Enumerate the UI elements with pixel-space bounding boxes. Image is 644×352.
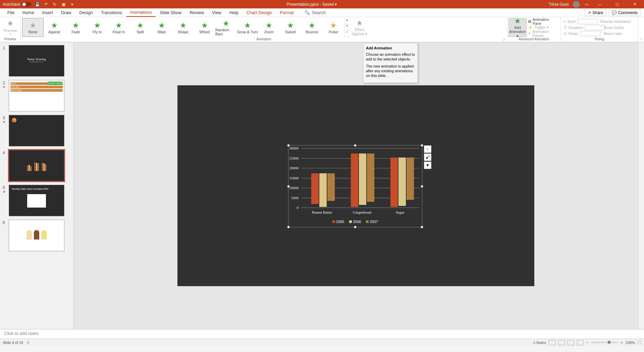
anim-randombars[interactable]: ★Random Bars — [215, 18, 237, 37]
document-title[interactable]: Presentation.ppsx - Saved ▾ — [75, 2, 549, 7]
anim-none[interactable]: ★None — [22, 18, 44, 37]
anim-fade[interactable]: ★Fade — [65, 18, 87, 37]
slide-thumb-2[interactable]: SAFETY FIRST Sign InFind a SeatTake out … — [9, 80, 64, 112]
tab-home[interactable]: Home — [18, 9, 38, 16]
sorter-view-button[interactable] — [558, 340, 565, 345]
reading-view-button[interactable] — [568, 340, 574, 345]
tab-view[interactable]: View — [208, 9, 225, 16]
anim-shape[interactable]: ★Shape — [172, 18, 194, 37]
anim-growturn[interactable]: ★Grow & Turn — [237, 18, 258, 37]
anim-appear[interactable]: ★Appear — [44, 18, 65, 37]
add-animation-button[interactable]: ★ Add Animation ▾ — [508, 18, 527, 37]
animation-painter-button[interactable]: ✦Animation Painter — [527, 31, 559, 37]
share-button[interactable]: ↗ Share — [585, 9, 606, 16]
resize-handle[interactable] — [421, 185, 423, 188]
animation-pane-button[interactable]: ▤Animation Pane — [527, 18, 559, 25]
move-later-button[interactable]: ˅Move Later — [599, 31, 636, 37]
anim-swivel[interactable]: ★Swivel — [280, 18, 301, 37]
tab-draw[interactable]: Draw — [57, 9, 75, 16]
resize-handle[interactable] — [421, 144, 423, 147]
resize-handle[interactable] — [354, 226, 357, 228]
start-input[interactable] — [578, 19, 598, 24]
slide-editor[interactable]: + 🖌 ▼ 050001000015000200002500030000 Pea… — [74, 42, 638, 329]
vertical-scrollbar[interactable] — [638, 42, 644, 329]
resize-handle[interactable] — [421, 226, 423, 228]
tab-help[interactable]: Help — [225, 9, 243, 16]
more-icon[interactable]: ▾ — [69, 2, 75, 7]
bar-2007-PeanutButter[interactable] — [327, 173, 335, 201]
anim-floatin[interactable]: ★Float In — [108, 18, 129, 37]
bar-2005-Gingerbread[interactable] — [351, 153, 358, 207]
dialog-launcher-icon[interactable]: ⤢ — [503, 38, 505, 41]
bar-2005-Sugar[interactable] — [390, 158, 398, 207]
close-button[interactable]: ✕ — [628, 2, 641, 6]
tab-review[interactable]: Review — [185, 9, 208, 16]
anim-wheel[interactable]: ★Wheel — [194, 18, 215, 37]
anim-zoom[interactable]: ★Zoom — [258, 18, 280, 37]
slide-thumb-5[interactable]: Monthly Sales have increased 60% — [9, 185, 64, 216]
avatar[interactable] — [573, 1, 580, 8]
chart-plot-area[interactable]: 050001000015000200002500030000 — [301, 148, 419, 207]
preview-button[interactable]: ★ Preview ▾ — [1, 18, 19, 37]
chart-legend[interactable]: 2005 2006 2007 — [288, 220, 422, 224]
resize-handle[interactable] — [354, 144, 357, 147]
chart-elements-button[interactable]: + — [424, 145, 431, 153]
anim-flyin[interactable]: ★Fly In — [87, 18, 108, 37]
chart-object[interactable]: + 🖌 ▼ 050001000015000200002500030000 Pea… — [288, 145, 422, 227]
slide-thumb-6[interactable] — [9, 220, 64, 251]
tab-transitions[interactable]: Transitions — [97, 9, 126, 16]
zoom-slider[interactable] — [591, 342, 618, 343]
tab-animations[interactable]: Animations — [126, 8, 156, 17]
minimize-button[interactable]: — — [593, 2, 606, 6]
animation-gallery[interactable]: ★None ★Appear ★Fade ★Fly In ★Float In ★S… — [22, 18, 344, 37]
resize-handle[interactable] — [287, 226, 290, 228]
tab-design[interactable]: Design — [75, 9, 97, 16]
zoom-level[interactable]: 108% — [626, 341, 635, 345]
slide-thumb-1[interactable]: Safety Training NI BIOTECH, LLC — [9, 45, 64, 77]
fit-to-window-button[interactable]: ⛶ — [638, 341, 641, 345]
tab-insert[interactable]: Insert — [38, 9, 57, 16]
effect-options-button[interactable]: ★ Effect Options ▾ — [350, 18, 370, 37]
chart-filter-button[interactable]: ▼ — [424, 162, 431, 169]
slide-thumbnails-panel[interactable]: 1 Safety Training NI BIOTECH, LLC 2★ SAF… — [0, 42, 74, 329]
move-earlier-button[interactable]: ˄Move Earlier — [599, 25, 636, 31]
anim-bounce[interactable]: ★Bounce — [301, 18, 323, 37]
comments-button[interactable]: 💬 Comments — [609, 9, 641, 16]
maximize-button[interactable]: ▢ — [610, 2, 624, 6]
delay-input[interactable] — [580, 31, 600, 36]
anim-pulse[interactable]: ★Pulse — [323, 18, 344, 37]
bar-2006-Gingerbread[interactable] — [359, 153, 366, 205]
slide-counter[interactable]: Slide 4 of 15 — [3, 341, 23, 345]
slide-canvas[interactable]: + 🖌 ▼ 050001000015000200002500030000 Pea… — [177, 85, 534, 286]
user-name[interactable]: Tricia Goss — [549, 2, 569, 7]
anim-split[interactable]: ★Split — [129, 18, 151, 37]
tab-chart-design[interactable]: Chart Design — [243, 9, 276, 16]
bar-2007-Gingerbread[interactable] — [367, 153, 374, 202]
redo-icon[interactable]: ↻ — [52, 2, 57, 7]
save-icon[interactable]: 💾 — [35, 2, 40, 7]
notes-button[interactable]: ≡ Notes — [533, 341, 546, 345]
zoom-out-button[interactable]: − — [586, 341, 588, 345]
tab-slideshow[interactable]: Slide Show — [156, 9, 185, 16]
search-box[interactable]: 🔍 Search — [305, 10, 326, 15]
slide-thumb-4[interactable] — [9, 150, 64, 181]
undo-icon[interactable]: ↶ — [43, 2, 49, 7]
collapse-ribbon-icon[interactable]: ˄ — [638, 17, 644, 42]
chart-styles-button[interactable]: 🖌 — [424, 153, 431, 161]
notes-pane[interactable]: Click to add notes — [0, 329, 644, 339]
zoom-in-button[interactable]: + — [621, 341, 623, 345]
bar-2007-Sugar[interactable] — [407, 158, 414, 200]
bar-2006-Sugar[interactable] — [398, 158, 406, 206]
toggle-switch[interactable] — [22, 2, 31, 7]
tab-format[interactable]: Format — [276, 9, 298, 16]
normal-view-button[interactable] — [549, 340, 555, 345]
slide-thumb-3[interactable] — [9, 115, 64, 146]
slideshow-view-button[interactable] — [577, 340, 584, 345]
autosave-toggle[interactable]: AutoSave — [3, 2, 31, 7]
accessibility-icon[interactable]: ▯ — [27, 340, 29, 345]
present-icon[interactable]: ▣ — [61, 2, 66, 7]
bar-2006-PeanutButter[interactable] — [319, 173, 327, 207]
gallery-scroll[interactable]: ▲▼≡ — [344, 18, 350, 37]
ribbon-mode-icon[interactable]: ▭ — [584, 2, 589, 7]
anim-wipe[interactable]: ★Wipe — [151, 18, 172, 37]
